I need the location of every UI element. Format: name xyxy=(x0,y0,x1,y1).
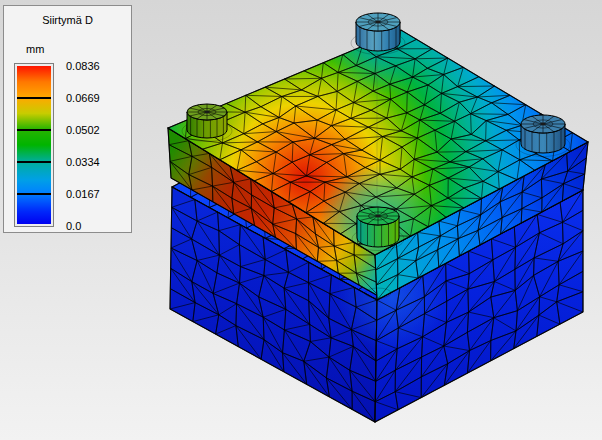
simulation-viewport[interactable]: Siirtymä D mm 0.0836 0.0669 0.0502 0.033… xyxy=(0,0,602,440)
colorbar-tick xyxy=(17,161,51,163)
legend-panel: Siirtymä D mm 0.0836 0.0669 0.0502 0.033… xyxy=(3,5,132,233)
legend-value-max: 0.0836 xyxy=(66,60,100,72)
legend-value: 0.0167 xyxy=(66,188,100,200)
colorbar-tick xyxy=(17,129,51,131)
boss-front-center-node xyxy=(376,215,381,218)
legend-unit-label: mm xyxy=(26,43,44,55)
legend-value: 0.0334 xyxy=(66,156,100,168)
boss-back-center-node xyxy=(376,21,381,24)
legend-value: 0.0669 xyxy=(66,92,100,104)
legend-colorbar xyxy=(14,63,54,227)
boss-right-center-node xyxy=(541,123,546,126)
colorbar-tick xyxy=(17,97,51,99)
colorbar-tick xyxy=(17,193,51,195)
legend-value: 0.0502 xyxy=(66,124,100,136)
boss-left-center-node xyxy=(205,111,210,114)
colorbar-gradient xyxy=(17,66,51,224)
legend-title: Siirtymä D xyxy=(4,14,131,26)
legend-value-min: 0.0 xyxy=(66,220,81,232)
